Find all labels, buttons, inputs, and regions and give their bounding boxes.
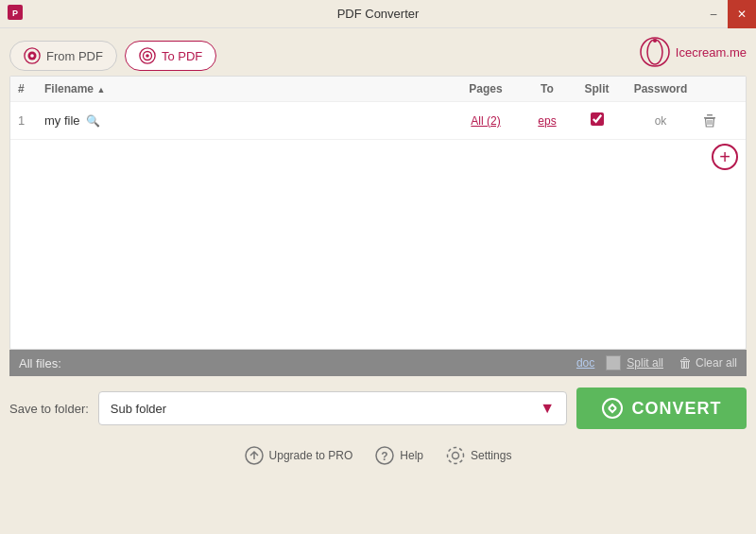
window-title: PDF Converter xyxy=(337,7,420,21)
footer-bar: All files: doc Split all 🗑 Clear all xyxy=(9,350,747,376)
row-num: 1 xyxy=(18,113,44,128)
col-header-filename: Filename xyxy=(44,82,448,95)
split-checkbox[interactable] xyxy=(591,112,604,126)
svg-point-9 xyxy=(647,40,662,64)
row-filename: my file 🔍 xyxy=(44,113,448,128)
file-table: # Filename Pages To Split Password 1 my … xyxy=(9,76,747,350)
help-link[interactable]: ? Help xyxy=(375,446,423,465)
folder-select-dropdown[interactable]: Sub folder ▼ xyxy=(98,391,567,425)
save-folder-row: Save to folder: Sub folder ▼ CONVERT xyxy=(9,388,747,429)
tab-to-pdf[interactable]: To PDF xyxy=(125,41,216,71)
svg-point-4 xyxy=(30,54,34,58)
clear-all-trash-icon: 🗑 xyxy=(679,355,692,370)
svg-point-7 xyxy=(146,54,149,58)
svg-point-16 xyxy=(603,399,622,418)
pages-link[interactable]: All (2) xyxy=(471,114,500,128)
col-header-to: To xyxy=(524,82,571,95)
close-button[interactable]: ✕ xyxy=(728,0,756,28)
save-folder-label: Save to folder: xyxy=(9,402,89,416)
window-controls: – ✕ xyxy=(699,0,756,28)
dropdown-arrow-icon: ▼ xyxy=(540,400,555,417)
row-to: eps xyxy=(524,113,571,128)
row-split xyxy=(571,112,623,129)
row-password: ok xyxy=(623,113,698,128)
footer-split-area: Split all xyxy=(606,355,663,370)
table-header: # Filename Pages To Split Password xyxy=(10,77,746,102)
svg-point-21 xyxy=(448,448,464,464)
folder-select-value: Sub folder xyxy=(111,402,540,416)
row-pages: All (2) xyxy=(448,113,524,128)
minimize-button[interactable]: – xyxy=(699,0,728,28)
filename-text: my file xyxy=(44,113,80,128)
col-header-password: Password xyxy=(623,82,698,95)
from-pdf-icon xyxy=(24,47,41,64)
all-files-label: All files: xyxy=(19,356,576,370)
brand-area: Icecream.me xyxy=(640,37,747,67)
brand-link[interactable]: Icecream.me xyxy=(676,45,747,60)
tab-bar: From PDF To PDF Icecream.me xyxy=(0,28,756,76)
add-file-button[interactable]: + xyxy=(712,144,738,170)
settings-link[interactable]: Settings xyxy=(446,446,511,465)
svg-point-10 xyxy=(653,39,657,43)
tab-to-pdf-label: To PDF xyxy=(162,49,202,63)
clear-all-button[interactable]: 🗑 Clear all xyxy=(679,355,737,370)
footer-doc-link[interactable]: doc xyxy=(576,356,594,370)
split-all-label[interactable]: Split all xyxy=(627,356,663,370)
svg-text:P: P xyxy=(12,9,18,18)
bottom-section: Save to folder: Sub folder ▼ CONVERT Upg… xyxy=(0,376,756,478)
tab-from-pdf[interactable]: From PDF xyxy=(9,41,117,71)
col-header-split: Split xyxy=(571,82,623,95)
help-label: Help xyxy=(400,449,423,462)
convert-label: CONVERT xyxy=(631,399,721,419)
upgrade-link[interactable]: Upgrade to PRO xyxy=(245,446,353,465)
upgrade-label: Upgrade to PRO xyxy=(269,449,353,462)
svg-rect-12 xyxy=(707,114,713,116)
trash-icon xyxy=(702,113,717,129)
bottom-links: Upgrade to PRO ? Help Settings xyxy=(9,440,747,471)
table-empty-area xyxy=(10,174,746,349)
delete-row-button[interactable] xyxy=(698,110,721,132)
table-row: 1 my file 🔍 All (2) eps ok xyxy=(10,102,746,140)
convert-button[interactable]: CONVERT xyxy=(576,388,747,429)
brand-logo-icon xyxy=(640,37,670,67)
password-status: ok xyxy=(655,114,667,128)
add-row: + xyxy=(10,140,746,174)
app-icon: P xyxy=(8,5,23,24)
settings-icon xyxy=(446,446,465,465)
col-header-pages: Pages xyxy=(448,82,524,95)
row-action xyxy=(698,110,738,132)
help-icon: ? xyxy=(375,446,394,465)
clear-all-label: Clear all xyxy=(696,356,737,370)
svg-point-20 xyxy=(453,453,459,459)
settings-label: Settings xyxy=(471,449,511,462)
col-header-num: # xyxy=(18,82,44,95)
search-icon: 🔍 xyxy=(86,114,100,128)
sort-icon xyxy=(96,82,105,95)
tab-from-pdf-label: From PDF xyxy=(46,49,103,63)
to-pdf-icon xyxy=(139,47,156,64)
upgrade-icon xyxy=(245,446,264,465)
svg-text:?: ? xyxy=(382,450,388,463)
convert-icon xyxy=(601,397,624,420)
to-format-link[interactable]: eps xyxy=(538,114,556,128)
split-all-checkbox[interactable] xyxy=(606,355,621,370)
title-bar: P PDF Converter – ✕ xyxy=(0,0,756,28)
